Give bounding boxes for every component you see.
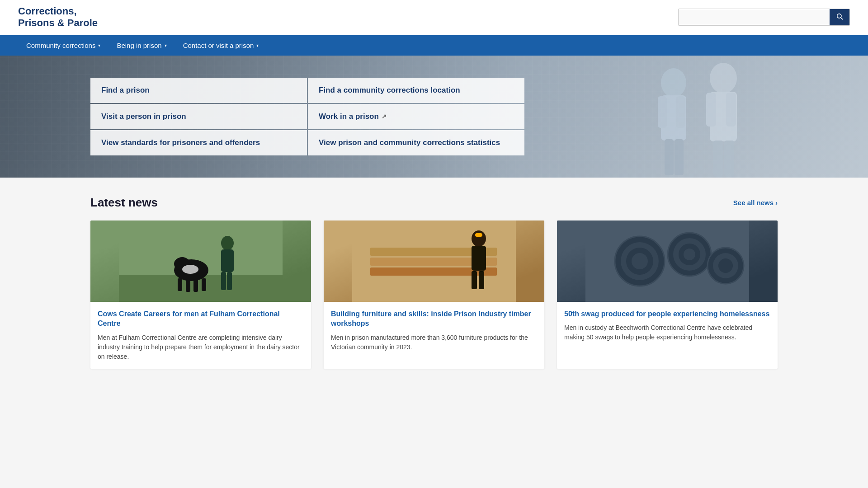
external-link-icon: ↗ xyxy=(382,113,387,120)
main-content: Latest news See all news › xyxy=(0,178,868,387)
site-logo[interactable]: Corrections, Prisons & Parole xyxy=(18,5,98,29)
nav-item-being-in-prison[interactable]: Being in prison ▾ xyxy=(108,35,175,56)
news-card-text-1: Men in prison manufactured more than 3,6… xyxy=(331,333,537,352)
svg-rect-17 xyxy=(221,249,234,272)
chevron-down-icon: ▾ xyxy=(165,43,167,48)
hero-link-visit-prison[interactable]: Visit a person in prison xyxy=(90,104,307,129)
news-card-image-2 xyxy=(557,221,778,302)
svg-rect-4 xyxy=(658,96,667,128)
svg-point-31 xyxy=(472,230,486,247)
chevron-down-icon: ▾ xyxy=(256,43,259,48)
hero-officers-illustration xyxy=(579,56,832,178)
svg-rect-13 xyxy=(724,141,734,177)
svg-rect-23 xyxy=(186,279,190,292)
logo-line2: Prisons & Parole xyxy=(18,17,98,28)
chevron-down-icon: ▾ xyxy=(98,43,100,48)
see-all-news-link[interactable]: See all news › xyxy=(733,199,778,206)
svg-rect-6 xyxy=(665,139,674,175)
svg-rect-24 xyxy=(193,279,198,292)
news-card-body-2: 50th swag produced for people experienci… xyxy=(557,302,778,350)
nav-item-community-corrections[interactable]: Community corrections ▾ xyxy=(18,35,108,56)
nav-label-community-corrections: Community corrections xyxy=(26,42,95,49)
hero-link-find-community[interactable]: Find a community corrections location xyxy=(308,78,524,103)
svg-rect-35 xyxy=(480,247,486,265)
news-card-title-1[interactable]: Building furniture and skills: inside Pr… xyxy=(331,309,537,328)
nav-label-being-in-prison: Being in prison xyxy=(117,42,161,49)
hero-links-grid: Find a prison Find a community correctio… xyxy=(90,78,524,155)
hero-link-label-visit-prison: Visit a person in prison xyxy=(101,112,186,121)
news-card-2: 50th swag produced for people experienci… xyxy=(557,221,778,369)
hero-link-label-work-prison: Work in a prison xyxy=(319,112,379,121)
svg-rect-5 xyxy=(676,96,685,128)
news-card-title-0[interactable]: Cows Create Careers for men at Fulham Co… xyxy=(98,309,304,328)
news-card-image-1 xyxy=(324,221,544,302)
logo-line1: Corrections, xyxy=(18,5,77,17)
svg-point-49 xyxy=(718,258,733,273)
svg-rect-37 xyxy=(479,271,484,289)
chevron-right-icon: › xyxy=(775,199,778,206)
news-card-1: Building furniture and skills: inside Pr… xyxy=(324,221,544,369)
latest-news-header: Latest news See all news › xyxy=(90,196,778,210)
news-card-title-2[interactable]: 50th swag produced for people experienci… xyxy=(564,309,770,319)
svg-rect-36 xyxy=(472,271,477,289)
nav-item-contact-prison[interactable]: Contact or visit a prison ▾ xyxy=(175,35,267,56)
svg-rect-19 xyxy=(227,272,232,290)
hero-link-label-find-prison: Find a prison xyxy=(101,86,150,95)
see-all-news-label: See all news xyxy=(733,199,774,206)
svg-point-16 xyxy=(221,236,234,250)
main-nav: Community corrections ▾ Being in prison … xyxy=(0,35,868,56)
site-header: Corrections, Prisons & Parole xyxy=(0,0,868,35)
news-card-0: Cows Create Careers for men at Fulham Co… xyxy=(90,221,311,369)
news-card-image-0 xyxy=(90,221,311,302)
svg-line-1 xyxy=(841,18,843,19)
svg-rect-22 xyxy=(178,278,182,291)
news-grid: Cows Create Careers for men at Fulham Co… xyxy=(90,221,778,369)
svg-rect-33 xyxy=(475,233,482,237)
svg-rect-12 xyxy=(713,141,723,177)
hero-link-label-find-community: Find a community corrections location xyxy=(319,86,460,95)
hero-link-find-prison[interactable]: Find a prison xyxy=(90,78,307,103)
svg-rect-18 xyxy=(221,272,226,290)
news-card-text-2: Men in custody at Beechworth Correctiona… xyxy=(564,323,770,342)
search-input[interactable] xyxy=(679,10,830,24)
hero-link-view-standards[interactable]: View standards for prisoners and offende… xyxy=(90,130,307,155)
search-icon xyxy=(836,13,843,20)
latest-news-title: Latest news xyxy=(90,196,158,210)
svg-point-26 xyxy=(182,265,198,274)
svg-point-8 xyxy=(710,63,737,94)
svg-point-46 xyxy=(684,249,695,260)
hero-link-label-view-standards: View standards for prisoners and offende… xyxy=(101,138,260,147)
svg-point-42 xyxy=(632,253,648,269)
nav-label-contact-prison: Contact or visit a prison xyxy=(183,42,254,49)
svg-rect-25 xyxy=(202,278,206,291)
search-bar[interactable] xyxy=(678,9,850,26)
svg-rect-34 xyxy=(472,247,478,265)
svg-rect-10 xyxy=(706,93,716,127)
hero-link-work-prison[interactable]: Work in a prison ↗ xyxy=(308,104,524,129)
hero-link-view-stats[interactable]: View prison and community corrections st… xyxy=(308,130,524,155)
news-card-body-0: Cows Create Careers for men at Fulham Co… xyxy=(90,302,311,369)
svg-rect-11 xyxy=(726,93,736,127)
svg-rect-7 xyxy=(675,139,684,175)
search-button[interactable] xyxy=(830,9,849,25)
news-card-text-0: Men at Fulham Correctional Centre are co… xyxy=(98,333,304,361)
hero-link-label-view-stats: View prison and community corrections st… xyxy=(319,138,500,147)
svg-point-2 xyxy=(661,68,686,97)
news-card-body-1: Building furniture and skills: inside Pr… xyxy=(324,302,544,359)
hero-section: Find a prison Find a community correctio… xyxy=(0,56,868,178)
